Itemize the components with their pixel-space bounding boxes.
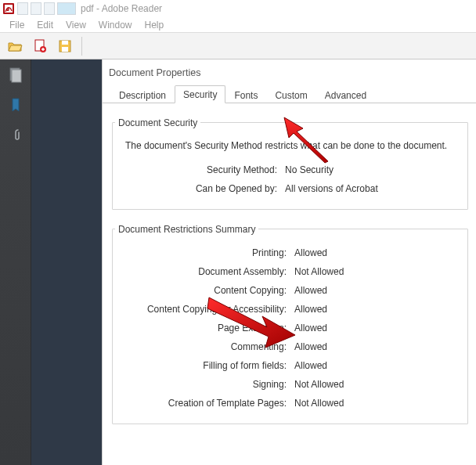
tab-security[interactable]: Security (175, 85, 225, 103)
menu-file[interactable]: File (3, 18, 31, 32)
thumb-icon (57, 2, 76, 15)
restriction-row: Filling of form fields:Allowed (121, 356, 460, 375)
restriction-value: Allowed (294, 323, 327, 333)
svg-rect-8 (12, 70, 21, 82)
restriction-label: Commenting: (121, 341, 294, 352)
security-method-value: No Security (285, 164, 334, 175)
menu-window[interactable]: Window (92, 18, 139, 32)
save-button[interactable] (55, 36, 75, 56)
security-intro-text: The document's Security Method restricts… (121, 137, 460, 160)
restriction-label: Signing: (121, 379, 294, 390)
restriction-label: Content Copying for Accessibility: (121, 304, 294, 315)
restriction-row: Printing:Allowed (121, 243, 460, 262)
thumb-icon (44, 2, 55, 15)
svg-rect-5 (62, 41, 68, 45)
tab-description[interactable]: Description (110, 86, 175, 103)
title-thumbnails (17, 2, 76, 15)
menu-view[interactable]: View (60, 18, 92, 32)
restriction-row: Commenting:Allowed (121, 337, 460, 356)
restriction-row: Page Extraction:Allowed (121, 319, 460, 337)
adobe-reader-icon (3, 3, 14, 14)
security-method-label: Security Method: (121, 164, 285, 175)
tab-advanced[interactable]: Advanced (316, 86, 375, 103)
dialog-title: Document Properties (103, 66, 476, 85)
pdf-create-icon (32, 38, 48, 54)
document-area (31, 59, 102, 465)
restriction-row: Signing:Not Allowed (121, 375, 460, 394)
nav-panel (0, 59, 31, 465)
thumb-icon (17, 2, 28, 15)
restriction-row: Content Copying for Accessibility:Allowe… (121, 300, 460, 319)
page-thumbnails-icon[interactable] (9, 67, 23, 83)
menubar: File Edit View Window Help (0, 17, 476, 33)
restriction-value: Allowed (294, 285, 327, 296)
restriction-row: Content Copying:Allowed (121, 281, 460, 300)
restriction-value: Not Allowed (294, 379, 344, 390)
restriction-label: Page Extraction: (121, 323, 294, 333)
folder-open-icon (7, 38, 23, 54)
toolbar (0, 33, 476, 59)
restriction-label: Filling of form fields: (121, 360, 294, 371)
bookmarks-icon[interactable] (9, 97, 23, 113)
restriction-label: Content Copying: (121, 285, 294, 296)
menu-help[interactable]: Help (139, 18, 171, 32)
menu-edit[interactable]: Edit (31, 18, 60, 32)
opened-by-value: All versions of Acrobat (285, 183, 378, 194)
group-label: Document Restrictions Summary (115, 224, 258, 235)
tab-custom[interactable]: Custom (266, 86, 316, 103)
restriction-value: Not Allowed (294, 266, 344, 277)
restriction-row: Creation of Template Pages:Not Allowed (121, 394, 460, 413)
window-title: pdf - Adobe Reader (81, 3, 162, 14)
restriction-label: Creation of Template Pages: (121, 398, 294, 409)
main-area: Document Properties Description Security… (0, 59, 476, 465)
group-document-security: Document Security The document's Securit… (112, 111, 468, 210)
titlebar: pdf - Adobe Reader (0, 0, 476, 17)
restriction-label: Printing: (121, 247, 294, 258)
restriction-value: Allowed (294, 360, 327, 371)
restriction-value: Allowed (294, 304, 327, 315)
restriction-value: Allowed (294, 341, 327, 352)
group-label: Document Security (115, 117, 200, 128)
tab-row: Description Security Fonts Custom Advanc… (103, 85, 476, 103)
restriction-value: Not Allowed (294, 398, 344, 409)
attachments-icon[interactable] (9, 127, 23, 142)
tab-fonts[interactable]: Fonts (225, 86, 266, 103)
toolbar-separator (81, 37, 82, 56)
restriction-label: Document Assembly: (121, 266, 294, 277)
restriction-row: Document Assembly:Not Allowed (121, 262, 460, 281)
create-pdf-button[interactable] (30, 36, 50, 56)
restriction-value: Allowed (294, 247, 327, 258)
save-icon (57, 38, 73, 54)
document-properties-dialog: Document Properties Description Security… (102, 59, 476, 465)
opened-by-label: Can be Opened by: (121, 183, 285, 194)
thumb-icon (31, 2, 41, 15)
svg-rect-6 (62, 47, 68, 52)
open-button[interactable] (5, 36, 25, 56)
group-restrictions: Document Restrictions Summary Printing:A… (112, 218, 468, 424)
